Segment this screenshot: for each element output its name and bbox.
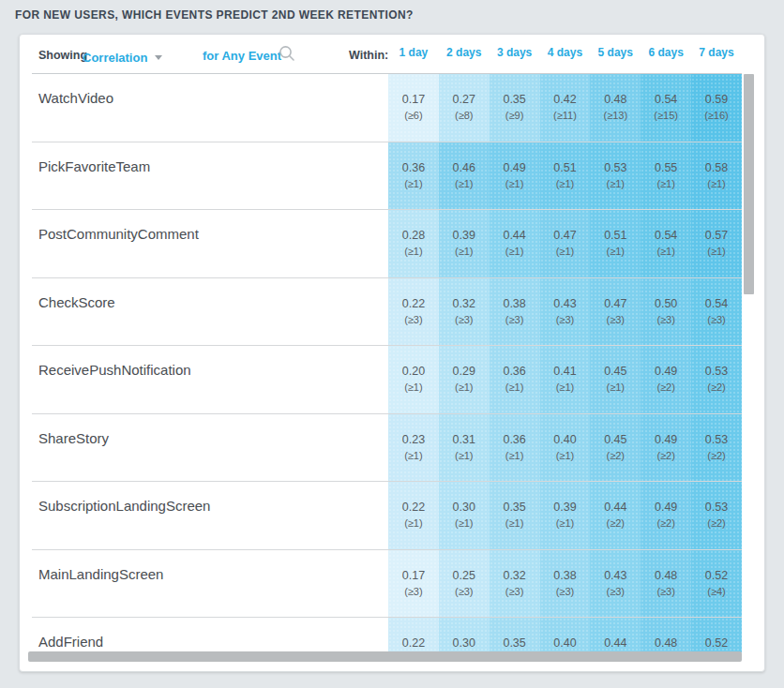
heatmap-cell[interactable]: 0.57(≥1) (691, 210, 742, 278)
heatmap-cell[interactable]: 0.43(≥3) (540, 278, 591, 347)
event-count-threshold: (≥1) (590, 177, 641, 190)
event-count-threshold: (≥3) (590, 585, 641, 598)
heatmap-cell[interactable]: 0.45(≥1) (590, 346, 641, 414)
heatmap-cell[interactable]: 0.32(≥3) (439, 278, 490, 347)
heatmap-cell[interactable]: 0.27(≥8) (439, 74, 490, 142)
heatmap-cell[interactable]: 0.17(≥3) (388, 550, 439, 619)
heatmap-cell[interactable]: 0.30 (439, 618, 490, 652)
heatmap-cell[interactable]: 0.51(≥1) (540, 142, 591, 211)
event-count-threshold: (≥2) (691, 381, 742, 394)
heatmap-cell[interactable]: 0.36(≥1) (388, 142, 439, 211)
event-count-threshold: (≥1) (590, 381, 641, 394)
correlation-value: 0.44 (590, 501, 641, 515)
event-count-threshold: (≥1) (439, 177, 490, 190)
heatmap-cell[interactable]: 0.40 (540, 618, 591, 652)
heatmap-cell[interactable]: 0.44(≥2) (590, 482, 641, 550)
correlation-value: 0.45 (590, 433, 641, 447)
metric-selector-value[interactable]: Correlation (83, 51, 147, 65)
heatmap-cell[interactable]: 0.22 (388, 618, 439, 652)
heatmap-cell[interactable]: 0.36(≥1) (490, 346, 540, 414)
column-header-4-days[interactable]: 4 days (540, 46, 591, 59)
event-selector[interactable]: for Any Event (203, 49, 281, 63)
heatmap-cell[interactable]: 0.49(≥2) (641, 482, 691, 550)
event-count-threshold: (≥2) (691, 516, 742, 530)
heatmap-cell[interactable]: 0.55(≥1) (641, 142, 691, 211)
event-count-threshold: (≥1) (388, 449, 439, 462)
event-count-threshold: (≥1) (490, 449, 540, 462)
heatmap-cell[interactable]: 0.39(≥1) (540, 482, 591, 550)
heatmap-cell[interactable]: 0.48(≥3) (641, 550, 691, 619)
heatmap-cell[interactable]: 0.30(≥1) (439, 482, 490, 550)
heatmap-cell[interactable]: 0.40(≥1) (540, 414, 591, 483)
heatmap-cell[interactable]: 0.42(≥11) (540, 74, 591, 142)
column-header-1-day[interactable]: 1 day (388, 46, 439, 59)
heatmap-cell[interactable]: 0.51(≥1) (590, 210, 641, 278)
column-header-6-days[interactable]: 6 days (641, 46, 691, 59)
metric-selector-dropdown[interactable]: Correlation (83, 49, 162, 66)
column-header-3-days[interactable]: 3 days (490, 46, 540, 59)
correlation-value: 0.54 (641, 229, 691, 243)
heatmap-cell[interactable]: 0.25(≥3) (439, 550, 490, 619)
heatmap-cell[interactable]: 0.29(≥1) (439, 346, 490, 414)
heatmap-cell[interactable]: 0.53(≥1) (590, 142, 641, 211)
heatmap-cell[interactable]: 0.44(≥1) (490, 210, 540, 278)
heatmap-cell[interactable]: 0.17(≥6) (388, 74, 439, 142)
column-header-5-days[interactable]: 5 days (590, 46, 641, 59)
heatmap-cell[interactable]: 0.41(≥1) (540, 346, 591, 414)
heatmap-cell[interactable]: 0.43(≥3) (590, 550, 641, 619)
row-divider (32, 481, 742, 482)
event-name: MainLandingScreen (38, 566, 163, 582)
heatmap-cell[interactable]: 0.53(≥2) (691, 482, 742, 550)
heatmap-cell[interactable]: 0.47(≥1) (540, 210, 591, 278)
heatmap-cell[interactable]: 0.49(≥2) (641, 414, 691, 483)
correlation-value: 0.30 (439, 501, 490, 515)
heatmap-cell[interactable]: 0.53(≥2) (691, 414, 742, 483)
heatmap-cell[interactable]: 0.35 (490, 618, 540, 652)
event-count-threshold: (≥1) (540, 177, 591, 190)
compass-panel: Showing Correlation for Any Event Within… (19, 34, 765, 672)
heatmap-cell[interactable]: 0.48(≥13) (590, 74, 641, 142)
heatmap-cells: 0.23(≥1)0.31(≥1)0.36(≥1)0.40(≥1)0.45(≥2)… (388, 414, 742, 483)
heatmap-cell[interactable]: 0.32(≥3) (490, 550, 540, 619)
heatmap-cell[interactable]: 0.35(≥1) (490, 482, 540, 550)
heatmap-cell[interactable]: 0.36(≥1) (490, 414, 540, 483)
heatmap-cell[interactable]: 0.54(≥15) (641, 74, 691, 142)
event-name: PostCommunityComment (38, 226, 199, 242)
correlation-value: 0.50 (641, 297, 691, 311)
heatmap-cell[interactable]: 0.39(≥1) (439, 210, 490, 278)
heatmap-cell[interactable]: 0.52 (691, 618, 742, 652)
heatmap-cell[interactable]: 0.35(≥9) (490, 74, 540, 142)
column-header-2-days[interactable]: 2 days (439, 46, 490, 59)
heatmap-cell[interactable]: 0.52(≥4) (691, 550, 742, 619)
heatmap-cell[interactable]: 0.47(≥3) (590, 278, 641, 347)
heatmap-cell[interactable]: 0.50(≥3) (641, 278, 691, 347)
correlation-value: 0.51 (540, 161, 591, 175)
heatmap-cell[interactable]: 0.23(≥1) (388, 414, 439, 483)
vertical-scrollbar-thumb[interactable] (744, 74, 754, 294)
heatmap-cell[interactable]: 0.53(≥2) (691, 346, 742, 414)
horizontal-scrollbar-thumb[interactable] (28, 651, 742, 662)
event-count-threshold: (≥3) (691, 313, 742, 326)
heatmap-cell[interactable]: 0.31(≥1) (439, 414, 490, 483)
heatmap-cell[interactable]: 0.22(≥3) (388, 278, 439, 347)
heatmap-cell[interactable]: 0.45(≥2) (590, 414, 641, 483)
column-header-7-days[interactable]: 7 days (691, 46, 742, 59)
heatmap-cell[interactable]: 0.49(≥2) (641, 346, 691, 414)
heatmap-cell[interactable]: 0.54(≥3) (691, 278, 742, 347)
event-name: PickFavoriteTeam (38, 158, 150, 174)
heatmap-cell[interactable]: 0.22(≥1) (388, 482, 439, 550)
heatmap-cell[interactable]: 0.38(≥3) (540, 550, 591, 619)
heatmap-cell[interactable]: 0.49(≥1) (490, 142, 540, 211)
heatmap-cell[interactable]: 0.28(≥1) (388, 210, 439, 278)
heatmap-cell[interactable]: 0.44 (590, 618, 641, 652)
heatmap-cell[interactable]: 0.46(≥1) (439, 142, 490, 211)
heatmap-cell[interactable]: 0.20(≥1) (388, 346, 439, 414)
heatmap-cell[interactable]: 0.59(≥16) (691, 74, 742, 142)
heatmap-cell[interactable]: 0.54(≥1) (641, 210, 691, 278)
correlation-value: 0.32 (490, 569, 540, 583)
heatmap-cell[interactable]: 0.58(≥1) (691, 142, 742, 211)
heatmap-cell[interactable]: 0.38(≥3) (490, 278, 540, 347)
event-row: CheckScore0.22(≥3)0.32(≥3)0.38(≥3)0.43(≥… (20, 278, 765, 347)
search-icon[interactable] (279, 45, 295, 66)
heatmap-cell[interactable]: 0.48 (641, 618, 691, 652)
